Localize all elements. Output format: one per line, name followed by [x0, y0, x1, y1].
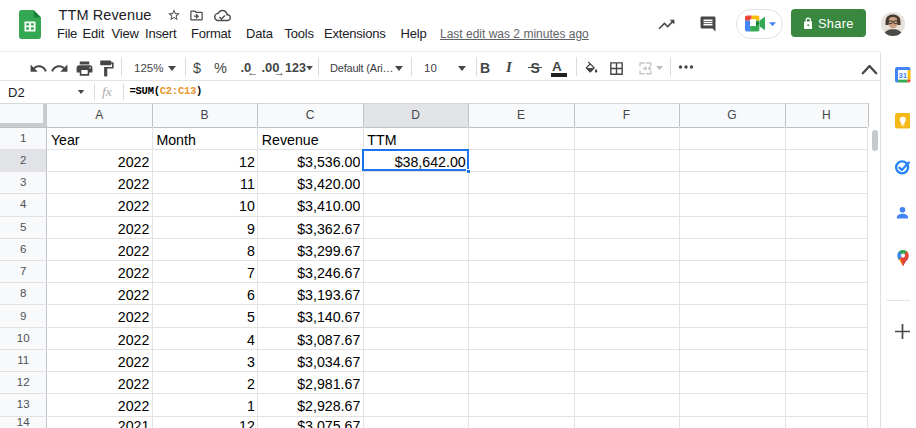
svg-text:31: 31 — [898, 71, 907, 80]
